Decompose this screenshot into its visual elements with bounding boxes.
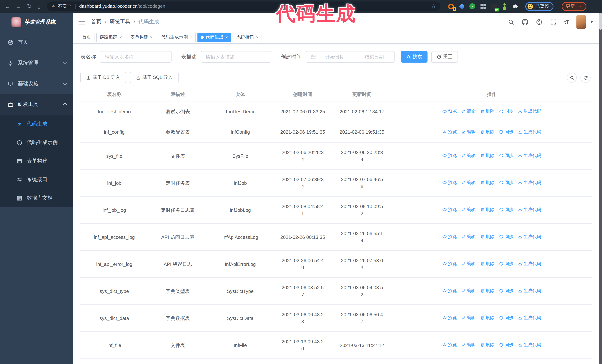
action-edit-link[interactable]: 编辑 xyxy=(461,152,476,159)
font-size-icon[interactable]: tT xyxy=(564,19,569,25)
action-edit-link[interactable]: 编辑 xyxy=(461,206,476,213)
action-preview-link[interactable]: 预览 xyxy=(442,287,457,294)
app-logo[interactable]: 芋道管理系统 xyxy=(0,13,73,32)
action-delete-link[interactable]: 删除 xyxy=(480,233,494,240)
search-icon[interactable] xyxy=(508,19,514,25)
extension-grid-icon[interactable] xyxy=(480,3,486,10)
page-scrollbar[interactable] xyxy=(599,13,602,364)
sidebar-item-1[interactable]: 系统管理 xyxy=(0,52,73,73)
close-icon[interactable]: × xyxy=(256,35,258,40)
action-sync-link[interactable]: 同步 xyxy=(499,152,514,159)
fullscreen-icon[interactable] xyxy=(550,19,556,25)
action-preview-link[interactable]: 预览 xyxy=(442,152,457,159)
action-generate-link[interactable]: 生成代码 xyxy=(518,233,541,240)
action-edit-link[interactable]: 编辑 xyxy=(461,314,476,322)
close-icon[interactable]: × xyxy=(190,35,192,40)
extension-figure-icon[interactable] xyxy=(501,3,508,10)
action-sync-link[interactable]: 同步 xyxy=(499,179,514,186)
action-preview-link[interactable]: 预览 xyxy=(442,179,457,186)
action-delete-link[interactable]: 删除 xyxy=(480,108,494,115)
extension-on-icon[interactable]: on xyxy=(491,3,497,10)
action-delete-link[interactable]: 删除 xyxy=(480,287,494,294)
tab-4[interactable]: 代码生成× xyxy=(197,32,231,42)
action-sync-link[interactable]: 同步 xyxy=(499,108,514,115)
update-button[interactable]: 更新 ⋮ xyxy=(562,2,586,11)
action-delete-link[interactable]: 删除 xyxy=(480,179,494,186)
action-edit-link[interactable]: 编辑 xyxy=(461,179,476,186)
forward-icon[interactable]: → xyxy=(16,3,22,10)
tab-2[interactable]: 表单构建× xyxy=(127,32,156,42)
action-edit-link[interactable]: 编辑 xyxy=(461,233,476,240)
action-preview-link[interactable]: 预览 xyxy=(442,128,457,135)
action-delete-link[interactable]: 删除 xyxy=(480,314,494,322)
tab-0[interactable]: 首页 xyxy=(79,32,95,42)
table-desc-input[interactable] xyxy=(201,51,271,62)
bookmark-star-icon[interactable]: ☆ xyxy=(431,3,436,9)
sidebar-subitem-4[interactable]: 数据库文档 xyxy=(0,189,73,207)
paused-badge[interactable]: 已暂停 xyxy=(525,2,553,11)
action-edit-link[interactable]: 编辑 xyxy=(461,260,476,267)
action-delete-link[interactable]: 删除 xyxy=(480,128,494,135)
action-sync-link[interactable]: 同步 xyxy=(499,287,514,294)
reset-button[interactable]: 重置 xyxy=(431,51,458,62)
date-range-input[interactable]: 开始日期 - 结束日期 xyxy=(306,51,395,62)
db-import-button[interactable]: 基于 DB 导入 xyxy=(80,72,126,83)
action-generate-link[interactable]: 生成代码 xyxy=(518,260,541,267)
action-delete-link[interactable]: 删除 xyxy=(480,260,494,267)
action-edit-link[interactable]: 编辑 xyxy=(461,108,476,115)
hamburger-icon[interactable] xyxy=(78,20,85,24)
extension-orange-icon[interactable]: 1 xyxy=(448,3,454,10)
extension-check-icon[interactable]: ✓ xyxy=(469,3,475,10)
action-sync-link[interactable]: 同步 xyxy=(499,314,514,322)
action-preview-link[interactable]: 预览 xyxy=(442,260,457,267)
github-icon[interactable] xyxy=(522,19,528,25)
refresh-table-button[interactable] xyxy=(580,73,591,83)
action-preview-link[interactable]: 预览 xyxy=(442,108,457,115)
avatar[interactable] xyxy=(577,15,586,29)
home-icon[interactable]: ⌂ xyxy=(37,3,41,10)
sidebar-item-3[interactable]: 研发工具 xyxy=(0,94,73,115)
action-preview-link[interactable]: 预览 xyxy=(442,341,457,348)
extension-gem-icon[interactable] xyxy=(458,3,465,10)
action-sync-link[interactable]: 同步 xyxy=(499,260,514,267)
action-sync-link[interactable]: 同步 xyxy=(499,341,514,348)
sidebar-subitem-0[interactable]: 代码生成 xyxy=(0,115,73,133)
kebab-menu-icon[interactable]: ⋮ xyxy=(578,4,582,9)
action-generate-link[interactable]: 生成代码 xyxy=(518,341,541,348)
action-preview-link[interactable]: 预览 xyxy=(442,314,457,322)
back-icon[interactable]: ← xyxy=(5,3,10,10)
help-icon[interactable] xyxy=(536,19,542,25)
sidebar-subitem-2[interactable]: 表单构建 xyxy=(0,152,73,170)
action-delete-link[interactable]: 删除 xyxy=(480,152,494,159)
action-generate-link[interactable]: 生成代码 xyxy=(518,206,541,213)
caret-down-icon[interactable]: ▾ xyxy=(591,20,593,24)
action-preview-link[interactable]: 预览 xyxy=(442,233,457,240)
action-generate-link[interactable]: 生成代码 xyxy=(518,152,541,159)
breadcrumb-home[interactable]: 首页 xyxy=(91,19,101,25)
reload-icon[interactable]: ↻ xyxy=(27,3,32,10)
action-delete-link[interactable]: 删除 xyxy=(480,206,494,213)
close-icon[interactable]: × xyxy=(119,35,122,40)
action-edit-link[interactable]: 编辑 xyxy=(461,128,476,135)
address-bar[interactable]: ⚠ 不安全 dashboard.yudao.iocoder.cn/tool/co… xyxy=(47,1,440,11)
action-delete-link[interactable]: 删除 xyxy=(480,341,494,348)
breadcrumb-devtools[interactable]: 研发工具 xyxy=(110,19,130,25)
action-generate-link[interactable]: 生成代码 xyxy=(518,179,541,186)
action-generate-link[interactable]: 生成代码 xyxy=(518,108,541,115)
scrollbar-thumb[interactable] xyxy=(599,13,602,30)
sidebar-subitem-3[interactable]: 系统接口 xyxy=(0,170,73,189)
search-button[interactable]: 搜索 xyxy=(401,51,428,62)
action-generate-link[interactable]: 生成代码 xyxy=(518,287,541,294)
action-edit-link[interactable]: 编辑 xyxy=(461,287,476,294)
action-generate-link[interactable]: 生成代码 xyxy=(518,314,541,322)
sidebar-item-0[interactable]: 首页 xyxy=(0,32,73,52)
action-generate-link[interactable]: 生成代码 xyxy=(518,128,541,135)
toggle-search-button[interactable] xyxy=(567,73,577,83)
extensions-puzzle-icon[interactable] xyxy=(512,3,518,10)
action-edit-link[interactable]: 编辑 xyxy=(461,341,476,348)
sidebar-subitem-1[interactable]: 代码生成示例 xyxy=(0,133,73,152)
action-sync-link[interactable]: 同步 xyxy=(499,233,514,240)
sidebar-item-2[interactable]: 基础设施 xyxy=(0,73,73,94)
tab-1[interactable]: 链路追踪× xyxy=(96,32,125,42)
tab-3[interactable]: 代码生成示例× xyxy=(158,32,196,42)
